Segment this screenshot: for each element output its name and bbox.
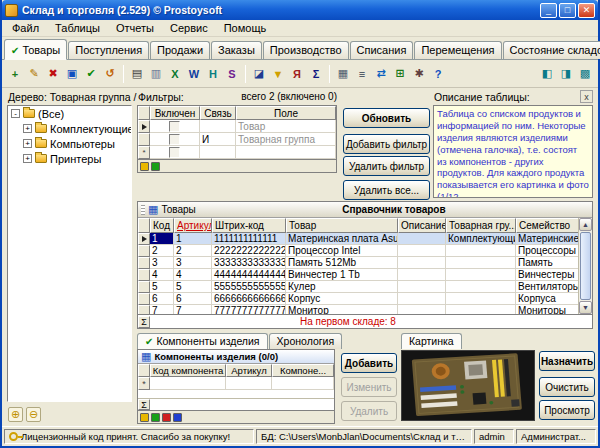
cell-semeystvo[interactable]: Мониторы — [516, 305, 580, 314]
tab-peremeshcheniya[interactable]: Перемещения — [414, 41, 501, 59]
cell-tovar[interactable]: Монитор — [286, 305, 398, 314]
col-artikul[interactable]: Артикул — [226, 364, 272, 377]
remove-filter-button[interactable]: Удалить фильтр — [343, 156, 430, 176]
row-header[interactable] — [138, 233, 150, 245]
print-icon[interactable]: ▤ — [128, 64, 146, 83]
filter-enabled-checkbox[interactable] — [169, 121, 180, 132]
sum-icon[interactable]: Σ — [307, 64, 325, 83]
col-kod[interactable]: Код — [150, 218, 174, 233]
cell-semeystvo[interactable]: Вентиляторы — [516, 281, 580, 293]
row-header[interactable] — [138, 281, 150, 293]
tree-item[interactable]: + Комплектующие — [8, 121, 131, 136]
cell-tovarnaya-gruppa[interactable]: Комплектующие — [446, 233, 516, 245]
cell-semeystvo[interactable]: Процессоры — [516, 245, 580, 257]
assign-picture-button[interactable]: Назначить — [539, 351, 595, 371]
cell-kod[interactable]: 5 — [150, 281, 174, 293]
filter-new-row[interactable]: * — [138, 146, 336, 159]
tree-view-icon[interactable]: ⊞ — [391, 64, 409, 83]
add-filter-button[interactable]: Добавить фильтр — [343, 134, 430, 154]
cell-artikul[interactable]: 3 — [174, 257, 212, 269]
table-row[interactable]: 7 7 7777777777777 Монитор Мониторы — [138, 305, 592, 314]
minimize-button[interactable]: _ — [540, 3, 557, 18]
table-row[interactable]: 1 1 1111111111111 Материнская плата Asus… — [138, 233, 592, 245]
refresh-icon[interactable]: ⇄ — [372, 64, 390, 83]
menu-tables[interactable]: Таблицы — [47, 21, 108, 35]
cancel-edit-icon[interactable]: ↺ — [101, 64, 119, 83]
export-html-icon[interactable]: H — [204, 64, 222, 83]
menu-file[interactable]: Файл — [4, 21, 47, 35]
scrollbar-thumb[interactable] — [580, 232, 591, 300]
col-semeystvo[interactable]: Семейство — [516, 218, 580, 233]
tab-tovary[interactable]: ✔ Товары — [4, 39, 67, 60]
filter-row[interactable]: Товар — [138, 120, 336, 133]
delete-component-button[interactable]: Удалить — [341, 401, 397, 421]
tab-postupleniya[interactable]: Поступления — [68, 41, 149, 59]
col-shtrih-kod[interactable]: Штрих-код — [212, 218, 286, 233]
tree-item[interactable]: + Принтеры — [8, 151, 131, 166]
expand-icon[interactable]: + — [23, 154, 32, 163]
col-artikul[interactable]: Артикул — [174, 218, 212, 233]
grid-legend-icon[interactable] — [151, 162, 160, 171]
tab-zakazy[interactable]: Заказы — [211, 41, 262, 59]
tree-item[interactable]: + Компьютеры — [8, 136, 131, 151]
cell-kod[interactable]: 3 — [150, 257, 174, 269]
expand-icon[interactable]: + — [23, 139, 32, 148]
filter-link-cell[interactable] — [200, 120, 236, 133]
print-preview-icon[interactable]: ▥ — [147, 64, 165, 83]
drag-grip[interactable] — [141, 205, 145, 215]
col-tovar[interactable]: Товар — [286, 218, 398, 233]
cell-semeystvo[interactable]: Винчестеры — [516, 269, 580, 281]
tab-prodazhi[interactable]: Продажи — [150, 41, 210, 59]
edit-record-icon[interactable]: ✎ — [25, 64, 43, 83]
cell-shtrih-kod[interactable]: 2222222222222 — [212, 245, 286, 257]
row-header[interactable] — [138, 293, 150, 305]
table-row[interactable]: 6 6 6666666666666 Корпус Корпуса — [138, 293, 592, 305]
product-picture[interactable] — [401, 350, 535, 421]
cell-komponent[interactable] — [272, 377, 334, 390]
layout-horizontal-icon[interactable]: ◧ — [538, 64, 556, 83]
tab-sostoyanie-skladov[interactable]: Состояние складов — [503, 41, 600, 59]
sum-row-icon[interactable]: Σ — [138, 316, 150, 328]
cell-kod[interactable]: 1 — [150, 233, 174, 245]
add-component-button[interactable]: Добавить — [341, 353, 397, 373]
tree-item-root[interactable]: - (Все) — [8, 106, 131, 121]
cell-tovar[interactable]: Память 512Mb — [286, 257, 398, 269]
cell-semeystvo[interactable]: Память — [516, 257, 580, 269]
vertical-scrollbar[interactable]: ▲ ▼ — [578, 218, 592, 314]
tab-kartinka[interactable]: Картинка — [401, 333, 462, 349]
cell-tovarnaya-gruppa[interactable] — [446, 293, 516, 305]
remove-all-filters-button[interactable]: Удалить все... — [343, 180, 430, 200]
cell-artikul[interactable]: 1 — [174, 233, 212, 245]
filter-link-cell[interactable] — [200, 146, 236, 159]
export-word-icon[interactable]: W — [185, 64, 203, 83]
filters-col-link[interactable]: Связь — [200, 106, 236, 120]
cell-artikul[interactable] — [226, 377, 272, 390]
tab-hronologiya[interactable]: Хронология — [269, 333, 343, 349]
tab-komponenty-izdeliya[interactable]: ✔ Компоненты изделия — [137, 333, 268, 349]
cell-shtrih-kod[interactable]: 4444444444444 — [212, 269, 286, 281]
row-header[interactable] — [138, 257, 150, 269]
close-button[interactable]: ✕ — [578, 3, 595, 18]
layout-vertical-icon[interactable]: ◨ — [557, 64, 575, 83]
sort-icon[interactable]: Я — [288, 64, 306, 83]
menu-help[interactable]: Помощь — [216, 21, 275, 35]
scroll-up-icon[interactable]: ▲ — [579, 218, 592, 231]
grid-legend-icon[interactable] — [140, 162, 149, 171]
filter-field-cell[interactable]: Товарная группа — [236, 133, 336, 146]
cell-artikul[interactable]: 2 — [174, 245, 212, 257]
col-kod-komponenta[interactable]: Код компонента — [150, 364, 226, 377]
filter-link-cell[interactable]: И — [200, 133, 236, 146]
cell-opisanie[interactable] — [398, 293, 446, 305]
cell-tovar[interactable]: Материнская плата Asus — [286, 233, 398, 245]
table-row[interactable]: 2 2 2222222222222 Процессор Intel Процес… — [138, 245, 592, 257]
cell-kod[interactable]: 4 — [150, 269, 174, 281]
filter-enabled-checkbox[interactable] — [169, 134, 180, 145]
row-header[interactable] — [138, 269, 150, 281]
help-icon[interactable]: ? — [429, 64, 447, 83]
cell-shtrih-kod[interactable]: 6666666666666 — [212, 293, 286, 305]
cell-shtrih-kod[interactable]: 7777777777777 — [212, 305, 286, 314]
list-icon[interactable]: ≡ — [353, 64, 371, 83]
description-close-icon[interactable]: x — [580, 90, 593, 103]
tree-collapse-all-icon[interactable]: ⊖ — [26, 407, 41, 422]
tab-proizvodstvo[interactable]: Производство — [263, 41, 349, 59]
